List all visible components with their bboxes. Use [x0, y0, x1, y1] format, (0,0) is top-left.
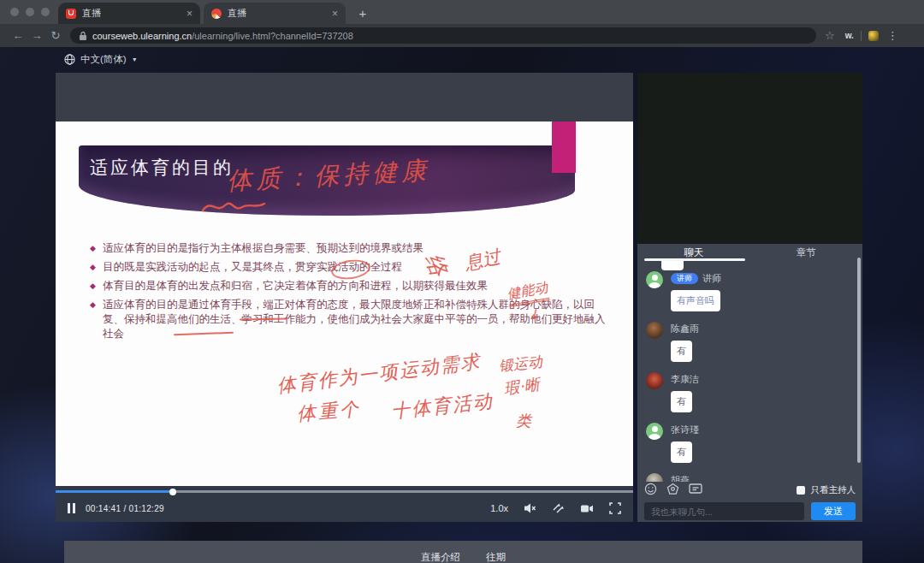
- browser-menu-icon[interactable]: ⋮: [887, 29, 898, 42]
- pause-button[interactable]: [68, 503, 75, 513]
- handwriting-plus-note: 十体育活动: [390, 388, 495, 424]
- bullet-diamond-icon: ◆: [90, 241, 96, 256]
- handwriting-lei-note: 类: [516, 411, 531, 431]
- message-bubble: 有: [671, 391, 692, 412]
- bullet-diamond-icon: ◆: [90, 260, 96, 275]
- bullet-text: 体育目的是体育的出发点和归宿，它决定着体育的方向和进程，以期获得最佳效果: [103, 279, 488, 293]
- chat-message: 张诗瑾 有: [646, 423, 854, 463]
- forward-icon[interactable]: →: [27, 29, 46, 42]
- browser-tab-2[interactable]: 直播 ×: [204, 3, 346, 24]
- bookmark-star-icon[interactable]: ☆: [825, 29, 835, 42]
- handwriting-squiggle: [199, 195, 268, 217]
- url-host: courseweb.ulearning.cn: [92, 31, 192, 41]
- mute-icon[interactable]: [524, 502, 536, 514]
- browser-tab-strip: 直播 × 直播 × +: [0, 0, 924, 24]
- lock-icon: [79, 31, 87, 41]
- window-minimize-button[interactable]: [26, 8, 34, 16]
- browser-window: 直播 × 直播 × + ← → ↻ courseweb.ulearning.cn…: [0, 0, 924, 563]
- window-controls: [10, 0, 50, 24]
- handwriting-tizhong-note: 体重个: [296, 396, 362, 427]
- reward-badge-icon[interactable]: [666, 483, 679, 499]
- bullet-diamond-icon: ◆: [90, 279, 96, 293]
- toolbar-divider: [861, 31, 862, 41]
- chevron-down-icon: ▼: [132, 56, 138, 62]
- video-player[interactable]: 适应体育的目的 ◆适应体育的目的是指行为主体根据自身需要、预期达到的境界或结果 …: [56, 73, 633, 522]
- progress-bar[interactable]: [56, 490, 633, 493]
- browser-toolbar: ← → ↻ courseweb.ulearning.cn/ulearning/l…: [0, 24, 924, 47]
- url-text: courseweb.ulearning.cn/ulearning/live.ht…: [92, 31, 353, 41]
- tab-past-sessions[interactable]: 往期: [486, 552, 506, 563]
- tab-title: 直播: [82, 7, 101, 20]
- camera-icon[interactable]: [580, 503, 594, 514]
- playback-speed-button[interactable]: 1.0x: [490, 503, 508, 513]
- browser-tab-1[interactable]: 直播 ×: [58, 3, 200, 24]
- back-icon[interactable]: ←: [9, 29, 27, 42]
- only-host-label: 只看主持人: [811, 484, 856, 496]
- fullscreen-icon[interactable]: [609, 502, 621, 514]
- avatar: [646, 322, 663, 339]
- sender-name: 胡燕: [671, 474, 690, 482]
- message-bubble: 有声音吗: [671, 290, 720, 311]
- emoji-icon[interactable]: [644, 483, 657, 499]
- handwriting-duan-note: 锻运动: [498, 352, 543, 376]
- tab-close-icon[interactable]: ×: [187, 9, 192, 19]
- tab-favicon: [211, 9, 222, 19]
- lecturer-badge: 讲师: [671, 273, 698, 284]
- only-host-checkbox[interactable]: [797, 486, 805, 495]
- player-control-bar: 00:14:41 / 01:12:29 1.0x: [56, 486, 633, 522]
- sender-name: 张诗瑾: [671, 424, 699, 436]
- bottom-info-panel: 直播介绍 往期: [64, 541, 862, 563]
- chat-message: 陈鑫雨 有: [646, 322, 854, 362]
- lecturer-camera-feed: [637, 73, 862, 244]
- playback-time: 00:14:41 / 01:12:29: [86, 504, 164, 513]
- tab-title: 直播: [228, 7, 246, 20]
- chat-message: 胡燕 有: [646, 473, 854, 482]
- sender-name: 讲师: [702, 272, 721, 285]
- window-zoom-button[interactable]: [41, 8, 50, 16]
- video-letterbox: [56, 73, 633, 121]
- avatar: [646, 473, 663, 482]
- send-button[interactable]: 发送: [811, 502, 856, 520]
- slide-accent-rectangle: [552, 121, 576, 173]
- chat-input[interactable]: [644, 502, 804, 520]
- url-path: /ulearning/live.html?channelId=737208: [192, 31, 353, 41]
- chat-scrollbar[interactable]: [857, 258, 861, 463]
- address-bar[interactable]: courseweb.ulearning.cn/ulearning/live.ht…: [70, 27, 816, 44]
- tab-favicon: [66, 9, 76, 19]
- line-switch-icon[interactable]: [552, 502, 565, 514]
- clipped-message-bubble: [661, 261, 684, 270]
- window-close-button[interactable]: [10, 8, 19, 16]
- chat-panel: 聊天 章节 讲师 讲师 有声音吗 陈鑫雨 有: [637, 244, 862, 522]
- slide-content: 适应体育的目的 ◆适应体育的目的是指行为主体根据自身需要、预期达到的境界或结果 …: [56, 121, 633, 486]
- slide-title: 适应体育的目的: [90, 156, 234, 180]
- language-selector[interactable]: 中文(简体) ▼: [64, 53, 138, 66]
- chat-message: 讲师 讲师 有声音吗: [646, 271, 854, 311]
- tab-live-intro[interactable]: 直播介绍: [421, 552, 460, 563]
- chat-message-list[interactable]: 讲师 讲师 有声音吗 陈鑫雨 有 李康洁 有: [637, 261, 862, 482]
- player-controls: 00:14:41 / 01:12:29 1.0x: [56, 495, 633, 522]
- language-label: 中文(简体): [80, 53, 127, 66]
- extension-icon[interactable]: [868, 31, 879, 41]
- message-bubble: 有: [671, 442, 692, 463]
- card-icon[interactable]: [689, 483, 702, 498]
- player-right-controls: 1.0x: [490, 502, 621, 514]
- avatar: [646, 271, 663, 288]
- chat-input-row: 发送: [637, 502, 862, 520]
- bullet-diamond-icon: ◆: [90, 298, 96, 341]
- reload-icon[interactable]: ↻: [46, 29, 65, 42]
- sender-name: 李康洁: [671, 373, 699, 386]
- handwriting-xia-note: 瑕·晰: [503, 374, 542, 400]
- progress-fill: [56, 490, 173, 493]
- new-tab-button[interactable]: +: [352, 3, 373, 24]
- slide-bullet: ◆适应体育的目的是指行为主体根据自身需要、预期达到的境界或结果: [90, 241, 608, 256]
- extension-w-icon[interactable]: w.: [845, 31, 854, 40]
- bullet-text: 适应体育的目的是指行为主体根据自身需要、预期达到的境界或结果: [103, 241, 424, 256]
- avatar: [646, 372, 663, 389]
- message-bubble: 有: [671, 341, 692, 362]
- sender-name: 陈鑫雨: [671, 323, 699, 335]
- tab-chapters[interactable]: 章节: [750, 244, 863, 261]
- handwriting-main-note: 体育作为一项运动需求: [275, 348, 483, 399]
- chat-message: 李康洁 有: [646, 372, 854, 412]
- tab-close-icon[interactable]: ×: [332, 9, 338, 19]
- chat-toolbar: 只看主持人: [637, 482, 862, 499]
